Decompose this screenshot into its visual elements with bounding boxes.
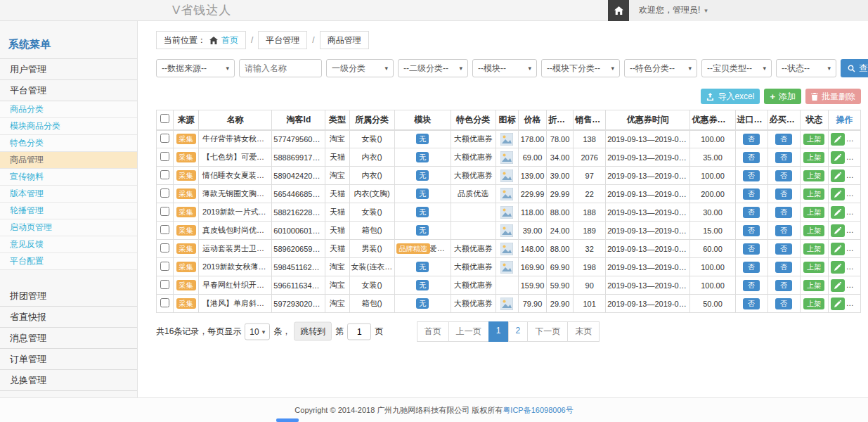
user-menu[interactable]: 欢迎您，管理员! ▾ (629, 0, 868, 21)
pagination-last[interactable]: 末页 (567, 321, 600, 342)
icp-link[interactable]: 粤ICP备16098006号 (503, 405, 573, 416)
product-image-thumbnail[interactable] (500, 206, 513, 219)
pagination-first[interactable]: 首页 (417, 321, 449, 342)
filter-select-feature[interactable]: --特色分类--▾ (624, 59, 697, 77)
status-button[interactable]: 上架 (803, 134, 824, 145)
status-button[interactable]: 上架 (803, 188, 824, 200)
row-checkbox[interactable] (160, 280, 169, 289)
imported-toggle-button[interactable]: 否 (743, 298, 760, 309)
must-buy-toggle-button[interactable]: 否 (775, 243, 792, 255)
batch-delete-button[interactable]: 批量删除 (805, 89, 861, 104)
sidebar-subitem-2[interactable]: 特色分类 (0, 135, 137, 152)
sidebar-subitem-4[interactable]: 宣传物料 (0, 169, 137, 186)
imported-toggle-button[interactable]: 否 (743, 170, 760, 181)
edit-button[interactable] (831, 188, 845, 200)
edit-button[interactable] (831, 206, 845, 219)
row-checkbox[interactable] (160, 243, 169, 252)
must-buy-toggle-button[interactable]: 否 (775, 188, 792, 200)
product-image-thumbnail[interactable] (500, 261, 513, 274)
sidebar-subitem-9[interactable]: 平台配置 (0, 253, 137, 270)
jump-page-input[interactable] (347, 323, 371, 340)
pagination-next[interactable]: 下一页 (527, 321, 568, 342)
row-checkbox[interactable] (160, 188, 169, 198)
row-checkbox[interactable] (160, 152, 169, 161)
imported-toggle-button[interactable]: 否 (743, 152, 760, 163)
row-checkbox[interactable] (160, 207, 169, 216)
sidebar-item-top-after-3[interactable]: 订单管理 (0, 349, 137, 370)
must-buy-toggle-button[interactable]: 否 (775, 298, 792, 309)
row-checkbox[interactable] (160, 298, 169, 307)
must-buy-toggle-button[interactable]: 否 (775, 280, 792, 291)
sidebar-subitem-7[interactable]: 启动页管理 (0, 219, 137, 236)
page-size-select[interactable]: 10 ▾ (245, 323, 270, 340)
edit-button[interactable] (831, 279, 845, 292)
status-button[interactable]: 上架 (803, 225, 824, 236)
must-buy-toggle-button[interactable]: 否 (775, 170, 792, 181)
product-image-thumbnail[interactable] (500, 243, 513, 255)
imported-toggle-button[interactable]: 否 (743, 280, 760, 291)
sidebar-item-top-1[interactable]: 平台管理 (0, 80, 137, 101)
imported-toggle-button[interactable]: 否 (743, 134, 760, 145)
status-button[interactable]: 上架 (803, 207, 824, 218)
edit-button[interactable] (831, 224, 845, 237)
breadcrumb-home-link[interactable]: 首页 (221, 34, 238, 46)
edit-button[interactable] (831, 133, 845, 146)
product-image-thumbnail[interactable] (500, 298, 513, 310)
select-all-checkbox[interactable] (160, 114, 169, 123)
must-buy-toggle-button[interactable]: 否 (775, 207, 792, 218)
edit-button[interactable] (831, 261, 845, 274)
status-button[interactable]: 上架 (803, 152, 824, 163)
row-checkbox[interactable] (160, 225, 169, 234)
edit-button[interactable] (831, 151, 845, 164)
product-image-thumbnail[interactable] (500, 151, 513, 164)
imported-toggle-button[interactable]: 否 (743, 225, 760, 236)
status-button[interactable]: 上架 (803, 280, 824, 291)
topbar-home-button[interactable] (608, 0, 629, 21)
query-button[interactable]: 查询 (841, 59, 868, 77)
must-buy-toggle-button[interactable]: 否 (775, 225, 792, 236)
product-image-thumbnail[interactable] (500, 224, 513, 237)
breadcrumb-crumb-0[interactable]: 平台管理 (258, 31, 307, 49)
filter-select-data-source[interactable]: --数据来源--▾ (156, 59, 235, 77)
sidebar-item-top-after-1[interactable]: 省直快报 (0, 307, 137, 328)
sidebar-item-top-after-0[interactable]: 拼团管理 (0, 286, 137, 307)
pagination-page-1[interactable]: 1 (488, 321, 509, 342)
edit-button[interactable] (831, 243, 845, 255)
imported-toggle-button[interactable]: 否 (743, 243, 760, 255)
pagination-page-2[interactable]: 2 (508, 321, 529, 342)
jump-button[interactable]: 跳转到 (294, 322, 332, 341)
filter-select-status[interactable]: --状态--▾ (776, 59, 836, 77)
edit-button[interactable] (831, 298, 845, 310)
filter-select-module[interactable]: --模块--▾ (472, 59, 537, 77)
breadcrumb-crumb-1[interactable]: 商品管理 (320, 31, 369, 49)
import-excel-button[interactable]: 导入excel (701, 89, 760, 104)
must-buy-toggle-button[interactable]: 否 (775, 262, 792, 273)
product-image-thumbnail[interactable] (500, 133, 513, 146)
sidebar-subitem-0[interactable]: 商品分类 (0, 101, 137, 118)
sidebar-subitem-1[interactable]: 模块商品分类 (0, 118, 137, 135)
status-button[interactable]: 上架 (803, 262, 824, 273)
sidebar-item-top-0[interactable]: 用户管理 (0, 59, 137, 80)
status-button[interactable]: 上架 (803, 243, 824, 255)
imported-toggle-button[interactable]: 否 (743, 207, 760, 218)
sidebar-item-partial[interactable] (0, 391, 137, 397)
add-button[interactable]: + 添加 (764, 89, 801, 104)
filter-select-level2[interactable]: --二级分类--▾ (398, 59, 468, 77)
imported-toggle-button[interactable]: 否 (743, 262, 760, 273)
name-search-input[interactable] (239, 59, 322, 77)
pagination-prev[interactable]: 上一页 (448, 321, 489, 342)
must-buy-toggle-button[interactable]: 否 (775, 134, 792, 145)
row-checkbox[interactable] (160, 170, 169, 179)
status-button[interactable]: 上架 (803, 298, 824, 309)
must-buy-toggle-button[interactable]: 否 (775, 152, 792, 163)
status-button[interactable]: 上架 (803, 170, 824, 181)
row-checkbox[interactable] (160, 262, 169, 271)
row-checkbox[interactable] (160, 134, 169, 143)
filter-select-item-type[interactable]: --宝贝类型--▾ (701, 59, 772, 77)
sidebar-item-top-after-2[interactable]: 消息管理 (0, 328, 137, 349)
edit-button[interactable] (831, 170, 845, 182)
product-image-thumbnail[interactable] (500, 188, 513, 200)
filter-select-level1[interactable]: 一级分类▾ (326, 59, 394, 77)
sidebar-item-top-after-4[interactable]: 兑换管理 (0, 370, 137, 391)
product-image-thumbnail[interactable] (500, 170, 513, 182)
